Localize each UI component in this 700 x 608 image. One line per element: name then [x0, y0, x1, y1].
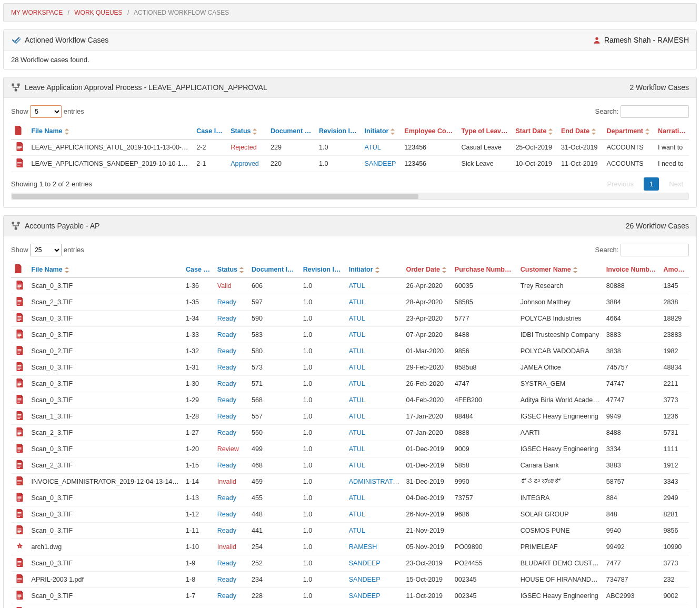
table-row[interactable]: INVOICE_ADMINISTRATOR_2019-12-04-13-14-4…: [11, 474, 689, 490]
cell-initiator[interactable]: SANDEEP: [346, 555, 403, 572]
cell-initiator[interactable]: ATUL: [346, 327, 403, 343]
table-row[interactable]: Scan_0_3.TIF1-11Ready4411.0ATUL21-Nov-20…: [11, 523, 689, 539]
cell-status[interactable]: Ready: [214, 555, 248, 572]
cell-initiator[interactable]: SANDEEP: [346, 588, 403, 604]
sort-icon[interactable]: [442, 267, 446, 273]
show-entries-select[interactable]: 5: [30, 105, 62, 118]
breadcrumb-link-my-workspace[interactable]: MY WORKSPACE: [11, 9, 63, 16]
cell-status[interactable]: Invalid: [214, 474, 248, 490]
cell-initiator[interactable]: ATUL: [346, 490, 403, 506]
cell-initiator[interactable]: ATUL: [346, 311, 403, 327]
column-header[interactable]: Revision ID: [316, 123, 362, 139]
table-row[interactable]: Scan_0_3.TIF1-36Valid6061.0ATUL26-Apr-20…: [11, 278, 689, 294]
sort-icon[interactable]: [391, 128, 395, 135]
table-row[interactable]: Scan_1_3.TIF1-28Ready5571.0ATUL17-Jan-20…: [11, 408, 689, 425]
cell-initiator[interactable]: ATUL: [362, 139, 402, 156]
column-header[interactable]: Initiator: [346, 262, 403, 278]
table-row[interactable]: LEAVE_APPLICATIONS_ATUL_2019-10-11-13-00…: [11, 139, 689, 156]
sort-icon[interactable]: [341, 267, 345, 273]
cell-initiator[interactable]: ATUL: [346, 392, 403, 408]
table-row[interactable]: Scan_0_3.TIF1-31Ready5731.0ATUL29-Feb-20…: [11, 360, 689, 376]
cell-initiator[interactable]: ATUL: [346, 278, 403, 294]
column-header[interactable]: Status: [214, 262, 248, 278]
cell-status[interactable]: Ready: [214, 457, 248, 474]
cell-initiator[interactable]: ATUL: [346, 294, 403, 311]
column-header[interactable]: Status: [227, 123, 267, 139]
cell-status[interactable]: Ready: [214, 408, 248, 425]
cell-initiator[interactable]: ATUL: [346, 360, 403, 376]
sort-icon[interactable]: [548, 128, 553, 135]
cell-status[interactable]: Ready: [214, 376, 248, 392]
table-row[interactable]: Scan_0_3.TIF1-34Ready5901.0ATUL23-Apr-20…: [11, 311, 689, 327]
table-row[interactable]: arch1.dwg1-10Invalid2541.0RAMESH05-Nov-2…: [11, 539, 689, 555]
breadcrumb-link-work-queues[interactable]: WORK QUEUES: [74, 9, 122, 16]
sort-icon[interactable]: [375, 267, 379, 273]
show-entries-select[interactable]: 25: [30, 244, 62, 256]
table-row[interactable]: Scan_2_3.TIF1-27Ready5501.0ATUL07-Jan-20…: [11, 425, 689, 441]
cell-initiator[interactable]: ADMINISTRATOR: [346, 474, 403, 490]
sort-icon[interactable]: [513, 267, 517, 273]
table-row[interactable]: Scan_0_3.TIF1-12Ready4481.0ATUL26-Nov-20…: [11, 506, 689, 523]
cell-status[interactable]: Ready: [214, 360, 248, 376]
cell-status[interactable]: Ready: [214, 294, 248, 311]
table-row[interactable]: Scan_0_3.TIF1-29Ready5681.0ATUL04-Feb-20…: [11, 392, 689, 408]
cell-initiator[interactable]: ATUL: [346, 523, 403, 539]
column-header[interactable]: Department: [604, 123, 655, 139]
cell-initiator[interactable]: ATUL: [346, 604, 403, 609]
column-header[interactable]: Case ID: [193, 123, 227, 139]
cell-status[interactable]: Ready: [214, 392, 248, 408]
column-header[interactable]: File Name: [28, 262, 183, 278]
cell-status[interactable]: Invalid: [214, 539, 248, 555]
sort-icon[interactable]: [592, 128, 596, 135]
cell-initiator[interactable]: SANDEEP: [362, 156, 402, 172]
cell-status[interactable]: Ready: [214, 490, 248, 506]
sort-icon[interactable]: [65, 267, 69, 273]
search-input[interactable]: [621, 105, 689, 118]
cell-status[interactable]: Approved: [227, 156, 267, 172]
sort-icon[interactable]: [223, 128, 227, 135]
table-row[interactable]: Scan_0_3.TIF1-6Ready2181.0ATUL03-Oct-201…: [11, 604, 689, 609]
column-header[interactable]: Case ID: [183, 262, 214, 278]
table-row[interactable]: Scan_0_3.TIF1-30Ready5711.0ATUL26-Feb-20…: [11, 376, 689, 392]
cell-initiator[interactable]: RAMESH: [346, 539, 403, 555]
cell-initiator[interactable]: ATUL: [346, 408, 403, 425]
sort-icon[interactable]: [357, 128, 361, 135]
table-row[interactable]: Scan_0_3.TIF1-13Ready4551.0ATUL04-Dec-20…: [11, 490, 689, 506]
sort-icon[interactable]: [573, 267, 577, 273]
column-header[interactable]: Customer Name: [517, 262, 603, 278]
table-row[interactable]: Scan_2_3.TIF1-35Ready5971.0ATUL28-Apr-20…: [11, 294, 689, 311]
cell-initiator[interactable]: ATUL: [346, 441, 403, 457]
column-header[interactable]: Document ID: [267, 123, 316, 139]
sort-icon[interactable]: [507, 128, 511, 135]
cell-status[interactable]: Ready: [214, 327, 248, 343]
pager-page[interactable]: 1: [644, 177, 659, 191]
column-header[interactable]: Invoice Number: [603, 262, 661, 278]
table-row[interactable]: Scan_0_3.TIF1-20Review4991.0ATUL01-Dec-2…: [11, 441, 689, 457]
table-row[interactable]: LEAVE_APPLICATIONS_SANDEEP_2019-10-10-13…: [11, 156, 689, 172]
table-row[interactable]: Scan_0_3.TIF1-9Ready2521.0SANDEEP23-Oct-…: [11, 555, 689, 572]
table-row[interactable]: Scan_0_3.TIF1-33Ready5831.0ATUL07-Apr-20…: [11, 327, 689, 343]
sort-icon[interactable]: [65, 128, 69, 135]
sort-icon[interactable]: [253, 128, 257, 135]
column-header[interactable]: File Name: [28, 123, 193, 139]
cell-status[interactable]: Valid: [214, 278, 248, 294]
cell-initiator[interactable]: ATUL: [346, 376, 403, 392]
column-header[interactable]: End Date: [558, 123, 604, 139]
column-header[interactable]: Amount: [661, 262, 689, 278]
column-header[interactable]: Revision ID: [300, 262, 346, 278]
table-row[interactable]: Scan_0_2.TIF1-32Ready5801.0ATUL01-Mar-20…: [11, 343, 689, 360]
column-header[interactable]: Order Date: [403, 262, 451, 278]
cell-initiator[interactable]: ATUL: [346, 506, 403, 523]
cell-status[interactable]: Ready: [214, 425, 248, 441]
cell-initiator[interactable]: SANDEEP: [346, 572, 403, 588]
cell-status[interactable]: Ready: [214, 311, 248, 327]
cell-status[interactable]: Ready: [214, 506, 248, 523]
cell-status[interactable]: Ready: [214, 343, 248, 360]
horizontal-scrollbar[interactable]: [11, 193, 689, 200]
table-row[interactable]: APRIL-2003 1.pdf1-8Ready2341.0SANDEEP15-…: [11, 572, 689, 588]
table-row[interactable]: Scan_2_3.TIF1-15Ready4681.0ATUL01-Dec-20…: [11, 457, 689, 474]
column-header[interactable]: Type of Leave: [458, 123, 513, 139]
column-header[interactable]: Document ID: [248, 262, 300, 278]
column-header[interactable]: Start Date: [512, 123, 558, 139]
table-row[interactable]: Scan_0_3.TIF1-7Ready2281.0SANDEEP11-Oct-…: [11, 588, 689, 604]
